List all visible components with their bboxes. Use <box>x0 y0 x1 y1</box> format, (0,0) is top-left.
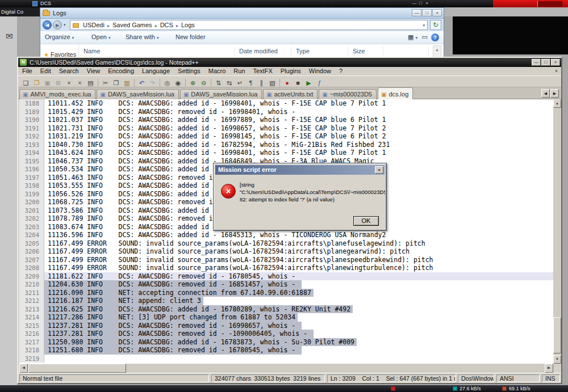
close-all-icon[interactable]: × <box>75 79 85 88</box>
close-icon[interactable]: × <box>424 1 430 6</box>
print-icon[interactable]: ▤ <box>86 79 95 88</box>
open-file-icon[interactable]: ❒ <box>32 79 41 88</box>
stop-macro-icon[interactable]: ■ <box>293 79 303 88</box>
minimize-icon[interactable]: — <box>412 9 421 16</box>
new-file-icon[interactable]: ❑ <box>21 79 31 88</box>
tab-daws-savemission-1[interactable]: ▣DAWS_saveMission.lua <box>97 89 178 99</box>
breadcrumb[interactable]: USDedi▸Saved Games▸DCS▸Logs ▾ <box>70 20 428 30</box>
taskbar[interactable]: 27.6 kB/s 69.1 kB/s <box>0 385 568 392</box>
ok-button[interactable]: OK <box>353 216 379 226</box>
function-list-icon[interactable]: ƒ <box>315 79 324 88</box>
horizontal-scrollbar[interactable]: ◀ ▶ <box>19 364 553 373</box>
log-line[interactable]: 3219 <box>19 355 553 363</box>
breadcrumb-saved-games[interactable]: Saved Games <box>111 20 153 29</box>
log-line-current[interactable]: 320911181.622 INFO DCS: AWACSDBG: remove… <box>19 272 553 281</box>
zoom-in-icon[interactable]: ⊕ <box>188 79 198 88</box>
log-line[interactable]: 320811167.499 ERROR SOUND: invalid sourc… <box>19 264 553 272</box>
log-line[interactable]: 318911015.429 INFO DCS: AWACSDBG: remove… <box>19 108 553 116</box>
log-line-selected[interactable]: 321211216.187 INFO NET: append: client 3 <box>19 297 553 305</box>
organize-button[interactable]: Organize▾ <box>45 33 74 40</box>
vertical-scrollbar[interactable]: ▲ ▼ <box>553 99 561 364</box>
share-with-button[interactable]: Share with▾ <box>126 33 159 40</box>
help-icon[interactable]: ? <box>431 33 439 41</box>
menu-textfx[interactable]: TextFX <box>249 67 277 75</box>
breadcrumb-dcs[interactable]: DCS <box>159 20 174 29</box>
scroll-down-icon[interactable]: ▼ <box>553 355 561 364</box>
tab-mis000023d5[interactable]: ▣~mis000023D5 <box>319 89 377 99</box>
editor-area[interactable]: 318811011.452 INFO DCS: AWACSDBG: added … <box>19 99 553 364</box>
paste-icon[interactable]: ▥ <box>122 79 132 88</box>
log-line-selected[interactable]: 321511237.281 INFO DCS: AWACSDBG: remove… <box>19 322 553 330</box>
redo-icon[interactable]: ↷ <box>148 79 157 88</box>
column-header-name[interactable]: Name <box>79 47 235 56</box>
cut-icon[interactable]: ✂ <box>101 79 110 88</box>
vertical-scroll-thumb[interactable] <box>553 317 561 353</box>
refresh-icon[interactable]: ↻ <box>430 20 441 30</box>
dcs-window-titlebar[interactable]: DCS —□× <box>0 0 568 7</box>
menu-file[interactable]: File <box>18 67 36 75</box>
menu-macro[interactable]: Macro <box>204 67 230 75</box>
tab-activeunits[interactable]: ▣activeUnits.txt <box>263 89 318 99</box>
dialog-titlebar[interactable]: Mission script error × <box>215 165 385 175</box>
undo-icon[interactable]: ↶ <box>137 79 147 88</box>
log-line[interactable]: 318811011.452 INFO DCS: AWACSDBG: added … <box>19 99 553 108</box>
envelope-icon[interactable]: ✉ <box>6 31 13 41</box>
chevron-down-icon[interactable]: ▾ <box>423 21 425 30</box>
sync-vertical-icon[interactable]: ⇅ <box>214 79 223 88</box>
tray-icon[interactable] <box>391 386 395 391</box>
back-button[interactable]: ◀ <box>43 20 52 29</box>
log-line[interactable]: 320511167.499 ERROR SOUND: invalid sourc… <box>19 239 553 248</box>
new-folder-button[interactable]: New folder <box>176 33 206 40</box>
menu-help[interactable]: ? <box>335 67 346 75</box>
minimize-icon[interactable]: — <box>411 1 417 6</box>
forward-button[interactable]: ▶ <box>53 20 62 29</box>
history-dropdown-icon[interactable]: ▾ <box>64 23 66 27</box>
breadcrumb-usdedi[interactable]: USDedi <box>82 20 106 29</box>
indent-guide-icon[interactable]: ∥ <box>257 79 266 88</box>
replace-icon[interactable]: ◉ <box>173 79 183 88</box>
column-header-date-modified[interactable]: Date modified <box>235 47 291 56</box>
log-line[interactable]: 319211031.219 INFO DCS: AWACSDBG: added … <box>19 132 553 141</box>
log-line[interactable]: 320411136.596 INFO DCS: AWACSDBG: added … <box>19 231 553 239</box>
user-dialog-icon[interactable]: ▧ <box>268 79 277 88</box>
explorer-titlebar[interactable]: Logs —□× <box>40 8 444 19</box>
tab-scroll-right-icon[interactable]: ▶ <box>550 89 559 98</box>
copy-icon[interactable]: ❐ <box>111 79 121 88</box>
maximize-icon[interactable]: □ <box>541 59 550 66</box>
log-line-selected[interactable]: 321811251.680 INFO DCS: AWACSDBG: remove… <box>19 346 553 355</box>
close-icon[interactable]: × <box>432 9 442 16</box>
column-header-size[interactable]: Size <box>348 47 383 56</box>
menu-edit[interactable]: Edit <box>36 67 55 75</box>
menu-encoding[interactable]: Encoding <box>104 67 138 75</box>
log-line-selected[interactable]: 321311216.625 INFO DCS: AWACSDBG: added … <box>19 305 553 314</box>
tab-dcs-log[interactable]: ▣dcs.log <box>378 87 413 99</box>
menu-settings[interactable]: Settings <box>174 67 204 75</box>
breadcrumb-logs[interactable]: Logs <box>180 20 196 29</box>
close-icon[interactable]: × <box>551 59 560 66</box>
log-line[interactable]: 319411043.624 INFO DCS: AWACSDBG: added … <box>19 149 553 157</box>
menu-language[interactable]: Language <box>138 67 174 75</box>
sync-horizontal-icon[interactable]: ⇆ <box>224 79 234 88</box>
log-line[interactable]: 319311040.730 INFO DCS: AWACSDBG: added … <box>19 141 553 149</box>
zoom-out-icon[interactable]: ⊖ <box>199 79 208 88</box>
horizontal-scroll-thumb[interactable] <box>28 364 126 373</box>
menu-window[interactable]: Window <box>305 67 335 75</box>
views-icon[interactable]: ▦▾ <box>408 33 417 41</box>
close-file-icon[interactable]: × <box>64 79 74 88</box>
tab-scroll-left-icon[interactable]: ◀ <box>541 89 550 98</box>
menu-plugins[interactable]: Plugins <box>277 67 305 75</box>
save-all-icon[interactable]: ⊞ <box>53 79 63 88</box>
scroll-left-icon[interactable]: ◀ <box>19 364 28 373</box>
close-icon[interactable]: × <box>375 166 383 174</box>
log-line-selected[interactable]: 321611237.281 INFO DCS: AWACSDBG: remove… <box>19 330 553 338</box>
minimize-icon[interactable]: — <box>532 59 541 66</box>
column-header-type[interactable]: Type <box>291 47 348 56</box>
word-wrap-icon[interactable]: ↵ <box>235 79 245 88</box>
maximize-icon[interactable]: □ <box>417 1 424 6</box>
menu-search[interactable]: Search <box>55 67 83 75</box>
log-line-selected[interactable]: 321011204.630 INFO DCS: AWACSDBG: remove… <box>19 280 553 289</box>
record-macro-icon[interactable]: ● <box>282 79 292 88</box>
scroll-right-icon[interactable]: ▶ <box>545 364 553 373</box>
log-line-selected[interactable]: 321411217.286 INFO NET: [3] UDP port cha… <box>19 313 553 322</box>
log-line[interactable]: 319111021.731 INFO DCS: AWACSDBG: added … <box>19 124 553 133</box>
